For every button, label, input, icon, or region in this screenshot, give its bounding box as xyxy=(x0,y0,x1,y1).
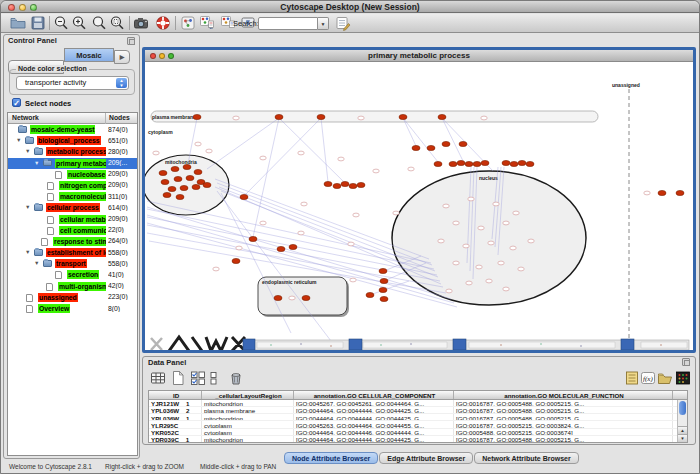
tree-row-label: transport xyxy=(55,259,87,268)
status-bar: Welcome to Cytoscape 2.8.1 Right-click +… xyxy=(1,459,699,474)
column-header[interactable]: annotation.GO CELLULAR_COMPONENT xyxy=(294,391,454,399)
column-header[interactable]: annotation.GO MOLECULAR_FUNCTION xyxy=(454,391,673,399)
expand-arrow-icon[interactable]: ▼ xyxy=(25,204,30,210)
tree-row[interactable]: secretion41(0) xyxy=(8,269,137,280)
table-cell: mitochondrion xyxy=(202,400,294,406)
tree-column-nodes[interactable]: Nodes xyxy=(109,114,130,121)
table-cell: cytoplasm xyxy=(202,429,294,435)
table-row[interactable]: YPL036W__1mitochondrion[GO:0044464, GO:0… xyxy=(149,414,687,421)
document-icon xyxy=(55,271,62,279)
tree-row[interactable]: multi-organism pro42(0) xyxy=(8,281,137,292)
tree-row-count: 209(0) xyxy=(108,181,138,188)
search-dropdown-icon[interactable]: ▼ xyxy=(318,17,329,30)
network-canvas[interactable]: plasma membrane cytoplasm mitochondria n… xyxy=(145,62,693,350)
folder-icon xyxy=(43,260,52,267)
tree-row[interactable]: response to stimulu264(0) xyxy=(8,236,137,247)
tree-column-network[interactable]: Network xyxy=(12,114,39,121)
tree-row[interactable]: cell communicat22(0) xyxy=(8,225,137,236)
import-network-icon[interactable] xyxy=(199,15,216,32)
tree-row[interactable]: ▼cellular process614(0) xyxy=(8,202,137,213)
tree-row-label: establishment of lo xyxy=(46,248,106,257)
zoom-fit-icon[interactable] xyxy=(91,15,108,32)
select-nodes-checkbox[interactable]: ✓ xyxy=(12,98,21,107)
import-attributes-icon[interactable] xyxy=(657,370,674,387)
search-label: Search: xyxy=(233,19,259,28)
tree-row-count: 311(0) xyxy=(108,193,138,200)
tree-row[interactable]: mosaic-demo-yeast874(0) xyxy=(8,124,137,135)
tree-row-count: 209(0) xyxy=(108,215,138,222)
tree-row[interactable]: macromolecule311(0) xyxy=(8,191,137,202)
table-cell: YJR121W__1 xyxy=(149,400,202,406)
function-builder-icon[interactable]: f(x) xyxy=(640,370,657,387)
tree-row-count: 558(0) xyxy=(108,249,138,256)
column-header[interactable]: _cellularLayoutRegion xyxy=(202,391,294,399)
tree-row[interactable]: ▼primary metabo209(... xyxy=(8,158,137,169)
tree-row[interactable]: nitrogen compo209(0) xyxy=(8,180,137,191)
zoom-selected-icon[interactable] xyxy=(109,15,126,32)
tree-row-label: biological_process xyxy=(37,136,101,145)
matrix-icon[interactable] xyxy=(675,370,692,387)
dropdown-stepper-icon[interactable]: ▲▼ xyxy=(116,78,127,88)
tree-row[interactable]: ▼metabolic process280(0) xyxy=(8,146,137,157)
expand-arrow-icon[interactable]: ▼ xyxy=(16,137,21,143)
unselect-attributes-icon[interactable] xyxy=(208,370,225,387)
open-icon[interactable] xyxy=(10,15,27,32)
group-label: Node color selection xyxy=(16,65,89,72)
scroll-up-icon[interactable]: ▲ xyxy=(678,426,687,434)
tab-mosaic[interactable]: Mosaic xyxy=(64,48,114,62)
zoom-out-icon[interactable] xyxy=(53,15,70,32)
table-row[interactable]: YJR121W__1mitochondrion[GO:0045267, GO:0… xyxy=(149,400,687,407)
float-panel-icon[interactable] xyxy=(127,37,135,45)
tree-row-label: macromolecule xyxy=(59,192,106,201)
window-title: Cytoscape Desktop (New Session) xyxy=(1,2,699,12)
select-attributes-icon[interactable] xyxy=(190,370,207,387)
node-color-dropdown[interactable]: transporter activity ▲▼ xyxy=(16,76,129,90)
plasma-membrane-label: plasma membrane xyxy=(152,114,196,120)
help-icon[interactable] xyxy=(155,15,172,32)
table-scrollbar[interactable]: ▲ ▼ xyxy=(677,400,687,443)
tree-row-label: response to stimulu xyxy=(53,237,106,246)
node-color-selection-group: Node color selection transporter activit… xyxy=(9,69,135,95)
delete-attribute-icon[interactable] xyxy=(228,370,245,387)
table-row[interactable]: YLR295Ccytoplasm[GO:0045263, GO:0044464,… xyxy=(149,421,687,428)
scroll-down-icon[interactable]: ▼ xyxy=(678,434,687,442)
snapshot-icon[interactable] xyxy=(133,15,150,32)
tree-row[interactable]: ▼transport558(0) xyxy=(8,258,137,269)
network-icon[interactable] xyxy=(180,15,197,32)
tree-row-label: unassigned xyxy=(38,293,78,302)
mitochondria-label: mitochondria xyxy=(165,159,197,165)
attribute-table-icon[interactable] xyxy=(150,370,167,387)
tab-overflow-arrow[interactable]: ▶ xyxy=(114,50,130,64)
tree-row[interactable]: nucleobase-209(0) xyxy=(8,169,137,180)
network-frame-titlebar[interactable]: primary metabolic process xyxy=(145,50,693,62)
table-cell: [GO:0016787, GO:0005488, GO:0005215, G..… xyxy=(454,400,673,406)
search-input[interactable] xyxy=(258,17,318,30)
search-options-icon[interactable] xyxy=(335,15,352,32)
unassigned-label: unassigned xyxy=(612,82,640,88)
expand-arrow-icon[interactable]: ▼ xyxy=(34,160,39,166)
new-attribute-icon[interactable] xyxy=(170,370,187,387)
expand-arrow-icon[interactable]: ▼ xyxy=(25,249,30,255)
attribute-list-icon[interactable] xyxy=(624,370,641,387)
tree-row[interactable]: ▼establishment of lo558(0) xyxy=(8,247,137,258)
tree-row[interactable]: ▼biological_process651(0) xyxy=(8,135,137,146)
zoom-in-icon[interactable] xyxy=(71,15,88,32)
table-row[interactable]: YKR052Ccytoplasm[GO:0044464, GO:0044446,… xyxy=(149,429,687,436)
tree-row-label: multi-organism pro xyxy=(58,282,106,291)
save-icon[interactable] xyxy=(30,15,47,32)
cytoscape-window: Cytoscape Desktop (New Session) Search: … xyxy=(0,0,700,474)
folder-icon xyxy=(25,137,34,144)
tree-row[interactable]: Overview8(0) xyxy=(8,303,137,314)
scrollbar-thumb[interactable] xyxy=(679,401,686,415)
tree-row-label: nucleobase- xyxy=(67,170,106,179)
column-header[interactable]: ID xyxy=(149,391,202,399)
tree-row[interactable]: unassigned223(0) xyxy=(8,292,137,303)
expand-arrow-icon[interactable]: ▼ xyxy=(34,260,39,266)
window-titlebar: Cytoscape Desktop (New Session) xyxy=(1,1,699,13)
table-cell: plasma membrane xyxy=(202,407,294,413)
tree-row[interactable]: cellular metabol209(0) xyxy=(8,214,137,225)
float-data-panel-icon[interactable] xyxy=(682,358,690,366)
expand-arrow-icon[interactable]: ▼ xyxy=(25,148,30,154)
table-row[interactable]: YDR039C__1mitochondrion[GO:0044464, GO:0… xyxy=(149,436,687,443)
table-row[interactable]: YPL036W__2plasma membrane[GO:0044464, GO… xyxy=(149,407,687,414)
